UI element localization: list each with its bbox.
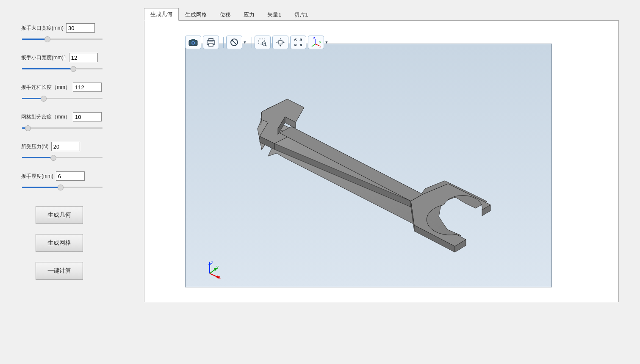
svg-line-14 — [315, 44, 319, 46]
svg-line-8 — [232, 40, 237, 45]
param-label: 网格划分密度（mm） — [21, 113, 70, 121]
tab-vector1[interactable]: 矢量1 — [261, 8, 288, 21]
axis-y-label: y — [216, 265, 219, 269]
svg-rect-9 — [259, 39, 265, 44]
tabs-bar: 生成几何生成网格位移应力矢量1切片1 — [144, 8, 619, 20]
axis-z-label: z — [211, 260, 213, 265]
tab-stress[interactable]: 应力 — [237, 8, 261, 21]
param-input-pressure[interactable] — [51, 142, 80, 151]
canvas-panel: ▼ yxz ▼ — [144, 20, 619, 302]
param-slider-pressure[interactable] — [22, 157, 103, 158]
param-rod-length: 扳手连杆长度（mm） — [21, 83, 123, 100]
action-buttons-group: 生成几何 生成网格 一键计算 — [21, 206, 123, 280]
generate-mesh-button[interactable]: 生成网格 — [36, 234, 83, 252]
toolbar-separator — [252, 37, 252, 48]
svg-line-11 — [265, 45, 266, 46]
zoom-extents-icon[interactable] — [290, 36, 306, 49]
zoom-window-icon[interactable] — [255, 36, 271, 49]
tab-mesh[interactable]: 生成网格 — [179, 8, 213, 21]
param-label: 扳手厚度(mm) — [21, 173, 53, 180]
tab-slice1[interactable]: 切片1 — [288, 8, 314, 21]
param-input-rod-length[interactable] — [73, 83, 102, 92]
svg-text:y: y — [319, 41, 321, 44]
main-area: 生成几何生成网格位移应力矢量1切片1 ▼ — [144, 0, 640, 364]
3d-viewport[interactable]: z y x — [185, 44, 552, 287]
param-input-mesh-density[interactable] — [73, 112, 102, 121]
tab-disp[interactable]: 位移 — [213, 8, 237, 21]
prohibit-icon[interactable] — [226, 36, 242, 49]
param-input-small-opening[interactable] — [69, 53, 98, 62]
param-large-opening: 扳手大口宽度(mm) — [21, 23, 123, 41]
param-pressure: 所受压力(N) — [21, 142, 123, 160]
toolbar-separator — [223, 37, 224, 48]
param-slider-mesh-density[interactable] — [22, 127, 103, 129]
tab-geometry[interactable]: 生成几何 — [144, 8, 179, 21]
dropdown-arrow-icon[interactable]: ▼ — [242, 36, 247, 49]
param-input-large-opening[interactable] — [66, 23, 95, 33]
svg-text:z: z — [313, 36, 315, 39]
svg-rect-6 — [209, 43, 213, 46]
param-small-opening: 扳手小口宽度(mm)1 — [21, 53, 123, 71]
param-input-thickness[interactable] — [56, 171, 85, 181]
svg-text:x: x — [319, 45, 321, 48]
svg-rect-1 — [191, 39, 195, 41]
print-icon[interactable] — [203, 36, 219, 49]
camera-icon[interactable] — [185, 36, 201, 49]
param-slider-thickness[interactable] — [22, 187, 103, 188]
param-label: 扳手连杆长度（mm） — [21, 84, 70, 91]
svg-point-3 — [192, 42, 194, 44]
parameter-sidebar: 扳手大口宽度(mm)扳手小口宽度(mm)1扳手连杆长度（mm）网格划分密度（mm… — [0, 0, 144, 364]
param-label: 所受压力(N) — [21, 143, 49, 150]
app-root: 扳手大口宽度(mm)扳手小口宽度(mm)1扳手连杆长度（mm）网格划分密度（mm… — [0, 0, 640, 364]
dropdown-arrow-icon[interactable]: ▼ — [324, 36, 329, 49]
param-label: 扳手小口宽度(mm)1 — [21, 54, 66, 61]
svg-point-10 — [262, 42, 266, 45]
param-mesh-density: 网格划分密度（mm） — [21, 112, 123, 130]
axis-gizmo: z y x — [205, 262, 222, 279]
pan-icon[interactable] — [272, 36, 288, 49]
param-label: 扳手大口宽度(mm) — [21, 25, 64, 32]
svg-rect-12 — [279, 41, 282, 44]
param-slider-small-opening[interactable] — [22, 68, 103, 69]
viewport-toolbar: ▼ yxz ▼ — [185, 36, 331, 49]
generate-geometry-button[interactable]: 生成几何 — [36, 206, 83, 224]
svg-line-15 — [312, 44, 315, 47]
param-thickness: 扳手厚度(mm) — [21, 171, 123, 189]
wrench-geometry — [186, 44, 552, 287]
compute-all-button[interactable]: 一键计算 — [36, 262, 83, 280]
axis-x-label: x — [218, 275, 220, 279]
param-slider-rod-length[interactable] — [22, 98, 103, 99]
param-slider-large-opening[interactable] — [22, 39, 103, 40]
axis-select-icon[interactable]: yxz — [308, 36, 324, 49]
